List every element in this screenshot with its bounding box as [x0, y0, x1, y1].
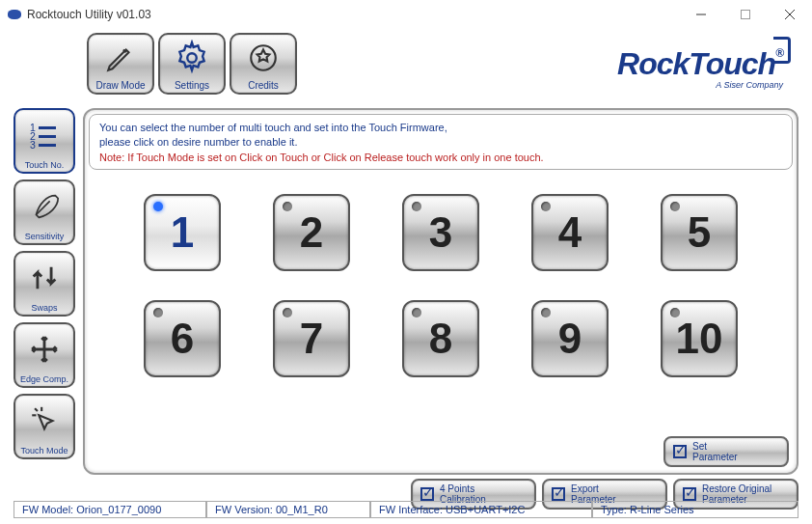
sidebar-sensitivity[interactable]: Sensitivity — [14, 179, 75, 245]
sidebar-edge-comp[interactable]: Edge Comp. — [14, 322, 75, 388]
sidebar-label: Touch No. — [25, 160, 65, 170]
swap-icon — [15, 253, 73, 303]
brand-logo: RockTouch® A Siser Company — [617, 46, 783, 90]
pencil-icon — [89, 35, 152, 80]
cursor-click-icon — [15, 396, 73, 446]
set-parameter-button[interactable]: Set Parameter — [663, 436, 789, 467]
number-8-button[interactable]: 8 — [402, 300, 479, 377]
sidebar-label: Edge Comp. — [20, 374, 68, 384]
sidebar-label: Sensitivity — [25, 232, 65, 241]
credits-label: Credits — [248, 80, 279, 91]
info-text: You can select the number of multi touch… — [89, 114, 793, 170]
app-icon — [8, 10, 21, 19]
main-panel: You can select the number of multi touch… — [83, 108, 798, 475]
check-icon — [683, 487, 696, 501]
credits-button[interactable]: Credits — [230, 33, 297, 95]
check-icon — [673, 445, 687, 458]
number-4-button[interactable]: 4 — [531, 194, 609, 271]
settings-button[interactable]: Settings — [158, 33, 226, 95]
svg-point-4 — [187, 53, 197, 63]
draw-mode-label: Draw Mode — [95, 80, 145, 91]
number-9-button[interactable]: 9 — [531, 300, 609, 377]
number-7-button[interactable]: 7 — [273, 300, 350, 377]
svg-rect-1 — [742, 11, 750, 19]
move-icon — [15, 324, 73, 374]
svg-line-13 — [35, 408, 38, 411]
gear-icon — [160, 35, 224, 80]
minimize-button[interactable] — [679, 0, 723, 29]
number-grid: 1 2 3 4 5 6 7 8 9 10 — [89, 170, 793, 387]
check-icon — [420, 487, 434, 501]
window-title: Rocktouch Utility v01.03 — [27, 8, 151, 21]
sidebar-label: Swaps — [31, 303, 57, 313]
badge-icon — [231, 35, 295, 80]
check-icon — [552, 487, 565, 501]
sidebar-swaps[interactable]: Swaps — [14, 251, 75, 317]
sidebar-touch-mode[interactable]: Touch Mode — [14, 394, 75, 459]
sidebar-touch-no[interactable]: 123 Touch No. — [14, 108, 75, 174]
settings-label: Settings — [175, 80, 209, 91]
number-6-button[interactable]: 6 — [144, 300, 221, 377]
number-3-button[interactable]: 3 — [402, 194, 479, 271]
draw-mode-button[interactable]: Draw Mode — [87, 33, 154, 95]
number-2-button[interactable]: 2 — [273, 194, 350, 271]
number-10-button[interactable]: 10 — [661, 300, 738, 377]
list-icon: 123 — [15, 110, 73, 160]
feather-icon — [15, 181, 73, 232]
svg-text:3: 3 — [30, 139, 36, 151]
number-5-button[interactable]: 5 — [661, 194, 738, 271]
titlebar: Rocktouch Utility v01.03 — [0, 0, 812, 29]
sidebar-label: Touch Mode — [20, 446, 68, 455]
number-1-button[interactable]: 1 — [144, 194, 221, 271]
maximize-button[interactable] — [723, 0, 768, 29]
close-button[interactable] — [768, 0, 812, 29]
status-bar: FW Model: Orion_0177_0090 FW Version: 00… — [14, 501, 798, 518]
